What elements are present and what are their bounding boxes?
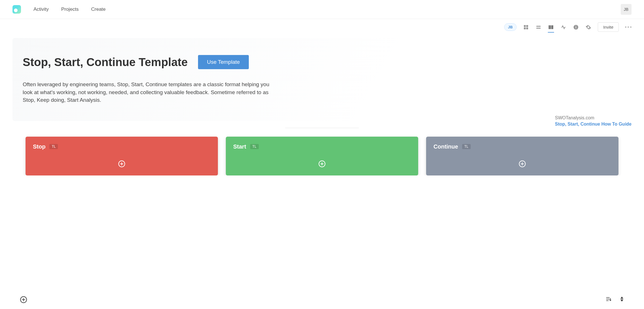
svg-rect-8 (552, 25, 553, 29)
use-template-button[interactable]: Use Template (198, 55, 249, 69)
info-icon[interactable] (573, 24, 579, 30)
column-title: Continue (433, 143, 458, 150)
activity-pulse-icon[interactable] (560, 24, 567, 30)
settings-gear-icon[interactable] (585, 24, 592, 30)
plus-circle-icon (118, 160, 125, 168)
app-logo[interactable] (12, 5, 21, 14)
nav-activity[interactable]: Activity (33, 7, 49, 12)
nav-create[interactable]: Create (91, 7, 106, 12)
hero-header: Stop, Start, Continue Template Use Templ… (23, 55, 621, 69)
column-start: Start TL (226, 137, 418, 175)
svg-rect-7 (550, 25, 551, 29)
nav-projects[interactable]: Projects (61, 7, 79, 12)
column-tag: TL (462, 144, 471, 149)
column-header: Stop TL (33, 143, 211, 150)
page-title: Stop, Start, Continue Template (23, 56, 188, 69)
side-links: SWOTanalysis.com Stop, Start, Continue H… (555, 115, 632, 127)
svg-rect-5 (536, 27, 541, 28)
svg-rect-1 (526, 25, 528, 27)
svg-rect-4 (536, 26, 541, 27)
column-continue: Continue TL (426, 137, 618, 175)
project-toolbar: JB Invite (0, 19, 644, 35)
column-tag: TL (250, 144, 259, 149)
plus-circle-icon (318, 160, 326, 168)
grid-view-icon[interactable] (523, 24, 529, 30)
add-card-button[interactable] (233, 158, 411, 170)
collaborator-avatar[interactable]: JB (504, 23, 517, 31)
nav-left: Activity Projects Create (12, 5, 106, 14)
svg-rect-0 (524, 25, 526, 27)
template-hero: Stop, Start, Continue Template Use Templ… (12, 38, 632, 121)
svg-rect-10 (576, 27, 576, 28)
top-nav: Activity Projects Create JB (0, 0, 644, 19)
column-title: Stop (33, 143, 45, 150)
board-columns: Stop TL Start TL Continue TL (0, 137, 644, 175)
more-menu-icon[interactable] (625, 26, 632, 28)
add-card-button[interactable] (33, 158, 211, 170)
list-view-icon[interactable] (535, 24, 542, 30)
template-description: Often leveraged by engineering teams, St… (23, 81, 272, 104)
user-avatar[interactable]: JB (621, 4, 632, 15)
howto-guide-link[interactable]: Stop, Start, Continue How To Guide (555, 122, 632, 127)
column-view-icon[interactable] (548, 24, 554, 30)
svg-rect-6 (549, 25, 550, 29)
column-stop: Stop TL (26, 137, 218, 175)
column-header: Continue TL (433, 143, 611, 150)
source-label: SWOTanalysis.com (555, 115, 632, 120)
column-tag: TL (49, 144, 58, 149)
nav-right: JB (621, 4, 632, 15)
column-title: Start (233, 143, 246, 150)
plus-circle-icon (519, 160, 526, 168)
svg-rect-2 (524, 27, 526, 29)
section-divider (285, 128, 359, 128)
invite-button[interactable]: Invite (598, 22, 619, 32)
add-card-button[interactable] (433, 158, 611, 170)
column-header: Start TL (233, 143, 411, 150)
svg-point-11 (576, 26, 576, 26)
svg-rect-3 (526, 27, 528, 29)
